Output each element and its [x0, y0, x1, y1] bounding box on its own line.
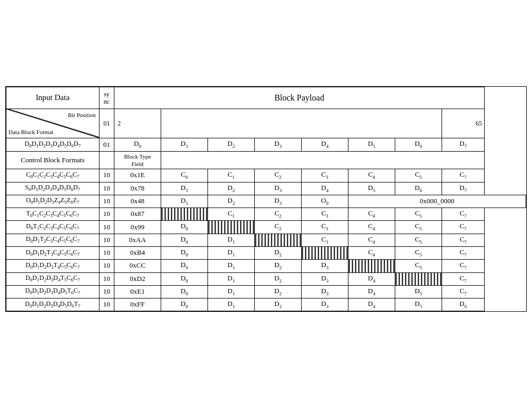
row-d0d1t2c3c7-d0: D0	[161, 234, 208, 246]
row-d0d1d2d3d4d5d6t7: D0D1D2D3D4D5D6T7 10 0xFF D0 D1 D2 D3 D4 …	[6, 298, 526, 311]
data-row-d5: D5	[348, 138, 395, 151]
diagonal-cell: Bit Position Data Block Format	[6, 109, 99, 138]
row-s0d1d7-d6: D6	[395, 182, 442, 195]
row-d0d1d2d3d4t5c6c7: D0D1D2D3D4T5C6C7 10 0xD2 D0 D1 D2 D3 D4 …	[6, 272, 526, 285]
row-d0d1d2d3d4d5d6t7-d0: D0	[161, 298, 208, 311]
row-o0d1d2d3: O0D1D2D3Z4Z5Z6Z7 10 0x48 D1 D2 D3 O0 0x0…	[6, 195, 526, 208]
row-o0d1d2d3-d3: D3	[255, 195, 302, 208]
row-c0c7-c0: C0	[161, 169, 208, 182]
row-d0t1c2c7-label: D0T1C2C3C4C5C6C7	[6, 221, 99, 234]
row-c0c7-c6c7: C7	[442, 169, 485, 182]
row-c0c7: C0C1C2C3C4C5C6C7 10 0x1E C0 C1 C2 C3 C4 …	[6, 169, 526, 182]
row-t0c1c7-c1: C1	[208, 208, 255, 221]
row-d0t1c2c7-c3: C3	[302, 221, 348, 234]
row-d0d1d2d3d4d5t6c7-d3: D3	[302, 285, 348, 298]
bit-row-2: 2	[114, 109, 161, 138]
row-c0c7-c2: C2	[255, 169, 302, 182]
row-d0d1d2d3d4d5t6c7-d0: D0	[161, 285, 208, 298]
row-d0d1d2d3d4d5t6c7-c7: C7	[442, 285, 485, 298]
row-d0d1d2d3d4d5d6t7-d6: D6	[442, 298, 485, 311]
row-d0d1d2d3d4d5t6c7-label: D0D1D2D3D4D5T6C7	[6, 285, 99, 298]
row-d0t1c2c7-c2: C2	[255, 221, 302, 234]
row-t0c1c7-sync: 10	[99, 208, 114, 221]
row-d0d1d2t3c4c7-d0: D0	[161, 246, 208, 259]
bit-row-spacer	[161, 109, 442, 138]
control-block-header-row: Control Block Formats Block TypeField	[6, 151, 526, 169]
row-d0d1d2d3d4t5c6c7-d1: D1	[208, 272, 255, 285]
row-d0d1d2d3t4c5c7: D0D1D2D3T4C5C6C7 10 0xCC D0 D1 D2 D3 C5 …	[6, 260, 526, 272]
row-d0d1d2d3d4t5c6c7-btype: 0xD2	[114, 272, 161, 285]
row-d0d1t2c3c7-c6c7: C7	[442, 234, 485, 246]
row-c0c7-label: C0C1C2C3C4C5C6C7	[6, 169, 99, 182]
row-d0d1d2d3t4c5c7-d2: D2	[255, 260, 302, 272]
row-d0d1d2d3d4d5t6c7: D0D1D2D3D4D5T6C7 10 0xE1 D0 D1 D2 D3 D4 …	[6, 285, 526, 298]
row-d0d1d2d3t4c5c7-d0: D0	[161, 260, 208, 272]
data-row-d1: D1	[161, 138, 208, 151]
row-d0d1d2t3c4c7-d2: D2	[255, 246, 302, 259]
row-d0d1t2c3c7-c5: C5	[395, 234, 442, 246]
row-s0d1d7: S0D1D2D3D4D5D6D7 10 0x78 D1 D2 D3 D4 D5 …	[6, 182, 526, 195]
row-d0d1d2d3d4d5t6c7-d1: D1	[208, 285, 255, 298]
data-row-d3: D3	[255, 138, 302, 151]
row-o0d1d2d3-zeros: 0x000_0000	[348, 195, 526, 208]
main-table-wrapper: Input Data sync Block Payload Bit Positi…	[5, 86, 527, 312]
row-d0d1d2d3d4d5d6t7-d3: D3	[302, 298, 348, 311]
control-block-payload-spacer	[161, 151, 485, 169]
row-d0d1d2d3t4c5c7-btype: 0xCC	[114, 260, 161, 272]
row-c0c7-sync: 10	[99, 169, 114, 182]
row-d0d1d2d3d4t5c6c7-d3: D3	[302, 272, 348, 285]
row-d0d1d2t3c4c7-c4: C4	[348, 246, 395, 259]
bit-row-65: 65	[442, 109, 485, 138]
bit-row-01: 01	[99, 109, 114, 138]
row-d0d1d2t3c4c7-d1: D1	[208, 246, 255, 259]
row-d0d1d2d3d4d5t6c7-d4: D4	[348, 285, 395, 298]
row-d0d1t2c3c7-btype: 0xAA	[114, 234, 161, 246]
row-s0d1d7-d3: D3	[255, 182, 302, 195]
header-input-data: Input Data	[6, 87, 99, 109]
data-row-sync: 01	[99, 138, 114, 151]
row-d0t1c2c7-btype: 0x99	[114, 221, 161, 234]
row-d0d1d2d3t4c5c7-sync: 10	[99, 260, 114, 272]
row-d0d1t2c3c7-sync: 10	[99, 234, 114, 246]
row-s0d1d7-btype: 0x78	[114, 182, 161, 195]
header-block-payload: Block Payload	[114, 87, 485, 109]
row-d0d1d2t3c4c7: D0D1D2T3C4C5C6C7 10 0xB4 D0 D1 D2 C4 C5 …	[6, 246, 526, 259]
row-d0d1d2d3d4d5d6t7-btype: 0xFF	[114, 298, 161, 311]
data-row-d6: D6	[395, 138, 442, 151]
row-t0c1c7-label: T0C1C2C3C4C5C6C7	[6, 208, 99, 221]
bit-position-label: Bit Position	[68, 111, 96, 119]
row-d0d1d2d3d4t5c6c7-label: D0D1D2D3D4T5C6C7	[6, 272, 99, 285]
data-block-format-label: Data Block Format	[9, 128, 53, 136]
row-t0c1c7-c4: C4	[348, 208, 395, 221]
row-c0c7-c4: C4	[348, 169, 395, 182]
row-d0d1d2d3t4c5c7-d3: D3	[302, 260, 348, 272]
row-c0c7-c1: C1	[208, 169, 255, 182]
row-d0d1t2c3c7-c4: C4	[348, 234, 395, 246]
row-d0t1c2c7-c5: C5	[395, 221, 442, 234]
row-s0d1d7-d5: D5	[348, 182, 395, 195]
row-d0d1d2d3d4d5t6c7-sync: 10	[99, 285, 114, 298]
block-type-field-header: Block TypeField	[114, 151, 161, 169]
row-o0d1d2d3-label: O0D1D2D3Z4Z5Z6Z7	[6, 195, 99, 208]
row-d0d1d2d3d4t5c6c7-d4: D4	[348, 272, 395, 285]
row-d0d1d2d3d4d5t6c7-d5: D5	[395, 285, 442, 298]
row-d0d1d2t3c4c7-sync: 10	[99, 246, 114, 259]
row-s0d1d7-d1: D1	[161, 182, 208, 195]
row-c0c7-c3: C3	[302, 169, 348, 182]
row-o0d1d2d3-d1: D1	[161, 195, 208, 208]
row-d0d1d2d3d4d5t6c7-btype: 0xE1	[114, 285, 161, 298]
row-d0d1d2d3d4t5c6c7-d0: D0	[161, 272, 208, 285]
row-d0d1d2d3t4c5c7-label: D0D1D2D3T4C5C6C7	[6, 260, 99, 272]
row-t0c1c7: T0C1C2C3C4C5C6C7 10 0x87 C1 C2 C3 C4 C5 …	[6, 208, 526, 221]
row-d0d1d2t3c4c7-c6c7: C7	[442, 246, 485, 259]
row-d0d1d2t3c4c7-hatched	[302, 246, 348, 259]
row-d0d1d2d3d4t5c6c7-sync: 10	[99, 272, 114, 285]
control-block-sync-empty	[99, 151, 114, 169]
row-o0d1d2d3-o0: O0	[302, 195, 348, 208]
data-row-d2: D2	[208, 138, 255, 151]
row-d0d1d2t3c4c7-label: D0D1D2T3C4C5C6C7	[6, 246, 99, 259]
data-row-d: D0D1D2D3D4D5D6D7 01 D0 D1 D2 D3 D4 D5 D6…	[6, 138, 526, 151]
row-t0c1c7-c2: C2	[255, 208, 302, 221]
row-d0d1d2d3d4t5c6c7-d2: D2	[255, 272, 302, 285]
data-row-d0: D0	[114, 138, 161, 151]
